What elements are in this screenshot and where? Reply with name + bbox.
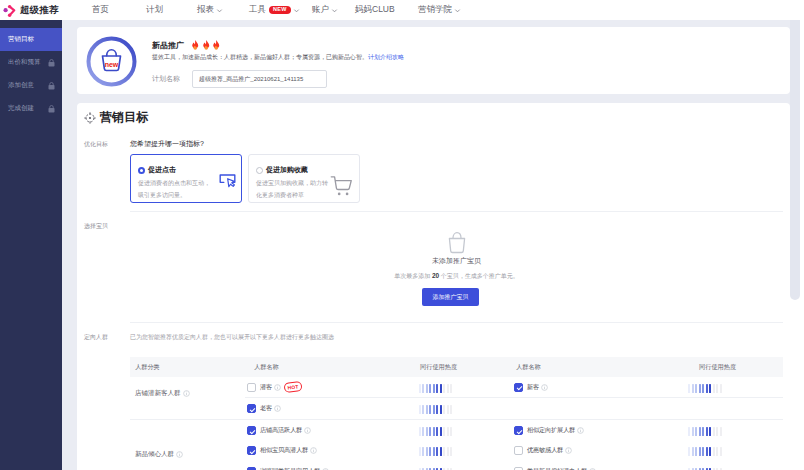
audience-checkbox[interactable]: [247, 446, 256, 455]
info-icon[interactable]: [577, 427, 584, 434]
audience-checkbox[interactable]: [247, 383, 256, 392]
audience-checkbox[interactable]: [247, 404, 256, 413]
audience-name: 相似宝贝高潜人群: [260, 446, 308, 455]
marketing-goal-card: 营销目标 优化目标 您希望提升哪一项指标? 促进点击 促进消费者的点击和互动，吸…: [77, 103, 790, 470]
plan-type-title: 新品推广: [152, 40, 184, 51]
nav-item-mama-club[interactable]: 妈妈CLUB: [355, 0, 395, 20]
nav-item-label: 首页: [92, 4, 109, 16]
empty-hint: 单次最多添加 20 个宝贝，生成多个推广单元。: [130, 272, 783, 281]
audience-name: 相似定向扩展人群: [527, 426, 575, 435]
info-icon[interactable]: [310, 447, 317, 454]
divider: [130, 322, 783, 323]
radio-unselected-icon[interactable]: [256, 167, 263, 174]
option-card-cart[interactable]: 促进加购收藏 促进宝贝加购收藏，助力转化更多消费者种草: [248, 154, 360, 203]
hint-text: 单次最多添加: [394, 273, 432, 279]
info-icon[interactable]: [274, 384, 281, 391]
peer-usage-heat-meter: [419, 384, 506, 393]
nav-item-report[interactable]: 报表: [197, 0, 223, 20]
col-header-name: 人群名称: [505, 363, 685, 372]
plan-name-label: 计划名称: [152, 74, 180, 84]
option-title: 促进加购收藏: [266, 165, 308, 175]
audience-row: 浏览同类新品宝贝人群类目新品偏好潜力人群: [245, 460, 783, 470]
col-header-name: 人群名称: [245, 363, 410, 372]
add-product-button[interactable]: 添加推广宝贝: [422, 288, 479, 306]
audience-row: 相似宝贝高潜人群优惠敏感人群: [245, 441, 783, 460]
audience-checkbox[interactable]: [514, 426, 523, 435]
nav-item-label: 妈妈CLUB: [355, 4, 395, 16]
fire-icon: [191, 40, 200, 50]
sidebar-item-add-creative[interactable]: 添加创意: [0, 74, 62, 97]
info-icon[interactable]: [565, 447, 572, 454]
audience-category: 店铺潜新客人群: [135, 389, 181, 398]
audience-desc: 已为您智能推荐优质定向人群，您也可以展开以下更多人群进行更多触达圈选: [130, 333, 334, 342]
option-title: 促进点击: [148, 165, 176, 175]
audience-name: 类目新品偏好潜力人群: [527, 467, 587, 470]
target-icon: [84, 112, 96, 124]
chevron-down-icon: [331, 7, 338, 14]
audience-row: 店铺高活跃人群相似定向扩展人群: [245, 420, 783, 441]
nav-item-account[interactable]: 账户: [312, 0, 338, 20]
brand-name: 超级推荐: [20, 4, 59, 17]
audience-name: 潜客: [260, 383, 272, 392]
scrollbar-thumb[interactable]: [790, 20, 800, 300]
click-icon: [218, 171, 237, 194]
nav-item-tools[interactable]: 工具 NEW: [249, 0, 300, 20]
col-header-heat: 同行使用热度: [685, 363, 783, 372]
info-icon[interactable]: [274, 405, 281, 412]
chevron-down-icon: [454, 7, 461, 14]
lock-icon: [48, 59, 55, 67]
radio-selected-icon[interactable]: [138, 167, 145, 174]
lock-icon: [48, 82, 55, 90]
audience-row: 老客: [245, 398, 783, 419]
brand-logo[interactable]: 超级推荐: [3, 2, 59, 18]
peer-usage-heat-meter: [419, 447, 506, 456]
audience-checkbox[interactable]: [514, 383, 523, 392]
plan-header-card: new 新品推广 提效工具，加速新品成长：人群精选，新品偏好人群；专属资源，已购…: [77, 27, 790, 94]
audience-category: 新品倾心人群: [135, 450, 174, 459]
peer-usage-heat-meter: [419, 405, 506, 414]
step-sidebar: 营销目标 出价和预算 添加创意 完成创建: [0, 20, 62, 470]
audience-checkbox[interactable]: [514, 467, 523, 470]
divider: [130, 211, 783, 212]
section-header: 营销目标: [84, 109, 148, 126]
audience-name: 优惠敏感人群: [527, 446, 563, 455]
section-title: 营销目标: [100, 109, 148, 126]
audience-checkbox[interactable]: [247, 426, 256, 435]
info-icon[interactable]: [176, 451, 183, 458]
new-badge: NEW: [269, 6, 291, 14]
nav-item-label: 账户: [312, 4, 329, 16]
audience-checkbox[interactable]: [247, 467, 256, 470]
option-desc: 促进消费者的点击和互动，吸引更多访问量。: [138, 178, 214, 201]
audience-checkbox[interactable]: [514, 446, 523, 455]
shopping-bag-icon: [445, 230, 469, 255]
fire-icons: [191, 40, 221, 50]
sidebar-item-bid-budget[interactable]: 出价和预算: [0, 51, 62, 74]
audience-label: 定向人群: [84, 333, 108, 342]
sidebar-item-marketing-goal[interactable]: 营销目标: [0, 28, 62, 51]
option-desc: 促进宝贝加购收藏，助力转化更多消费者种草: [256, 178, 332, 201]
select-item-label: 选择宝贝: [84, 222, 108, 231]
audience-name: 浏览同类新品宝贝人群: [260, 467, 320, 470]
optimize-goal-label: 优化目标: [84, 140, 108, 149]
nav-item-plan[interactable]: 计划: [146, 0, 163, 20]
nav-item-label: 营销学院: [418, 4, 452, 16]
audience-name: 新客: [527, 383, 539, 392]
plan-intro-link[interactable]: 计划介绍攻略: [368, 54, 404, 60]
nav-item-home[interactable]: 首页: [92, 0, 109, 20]
info-icon[interactable]: [183, 390, 190, 397]
sidebar-item-finish[interactable]: 完成创建: [0, 97, 62, 120]
plan-type-subtitle: 提效工具，加速新品成长：人群精选，新品偏好人群；专属资源，已购新品心智。计划介绍…: [152, 53, 404, 62]
empty-products-state: 未添加推广宝贝 单次最多添加 20 个宝贝，生成多个推广单元。 添加推广宝贝: [130, 230, 783, 306]
option-card-click[interactable]: 促进点击 促进消费者的点击和互动，吸引更多访问量。: [130, 154, 242, 203]
info-icon[interactable]: [304, 427, 311, 434]
page-scrollbar[interactable]: [790, 20, 804, 470]
top-navbar: 超级推荐 首页 计划 报表 工具 NEW 账户 妈妈CLUB 营销学院: [0, 0, 804, 20]
plan-name-input[interactable]: [192, 70, 327, 88]
nav-item-label: 报表: [197, 4, 214, 16]
peer-usage-heat-meter: [688, 447, 783, 456]
peer-usage-heat-meter: [688, 427, 783, 436]
nav-item-academy[interactable]: 营销学院: [418, 0, 461, 20]
info-icon[interactable]: [541, 384, 548, 391]
col-header-category: 人群分类: [130, 363, 245, 372]
new-product-badge-icon: new: [86, 36, 137, 91]
